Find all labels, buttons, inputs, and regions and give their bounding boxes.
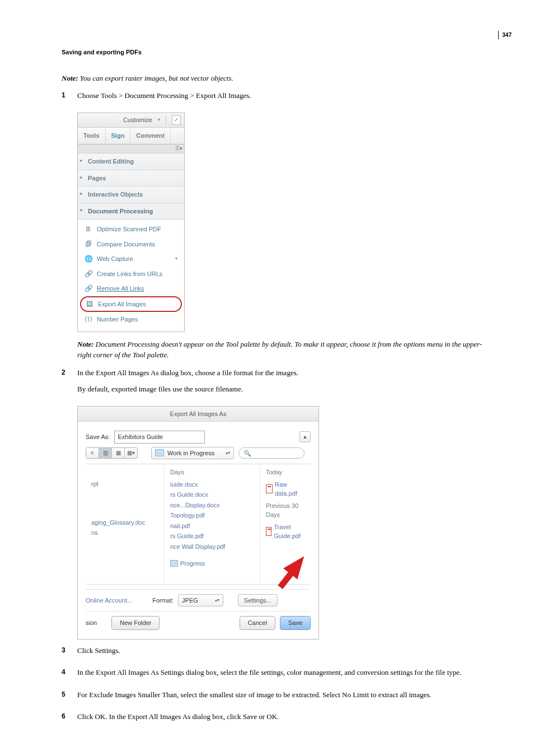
- column-header-today: Today: [266, 468, 305, 477]
- step-2-text: In the Export All Images As dialog box, …: [77, 367, 489, 379]
- sion-text: sion: [86, 618, 97, 628]
- settings-button[interactable]: Settings...: [238, 594, 278, 607]
- save-as-label: Save As:: [86, 432, 110, 442]
- step-2b-text: By default, exported image files use the…: [77, 384, 489, 395]
- item-web-capture[interactable]: 🌐Web Capture▾: [78, 251, 184, 267]
- save-button[interactable]: Save: [280, 616, 311, 630]
- list-item[interactable]: rpt: [91, 479, 158, 489]
- unlink-icon: 🔗: [85, 284, 92, 292]
- compare-icon: 🗐: [85, 240, 92, 248]
- list-item[interactable]: Topology.pdf: [170, 510, 254, 521]
- list-item[interactable]: nce Wall Display.pdf: [170, 542, 254, 552]
- item-create-links[interactable]: 🔗Create Links from URLs: [78, 267, 184, 282]
- pdf-icon: [266, 527, 271, 536]
- column-view-icon[interactable]: ▥: [99, 448, 112, 458]
- folder-item[interactable]: Progress: [170, 558, 254, 569]
- item-optimize-scanned-pdf[interactable]: 🗎Optimize Scanned PDF: [78, 222, 184, 237]
- format-label: Format:: [152, 596, 174, 605]
- step-4-text: In the Export All Images As Settings dia…: [77, 667, 489, 678]
- section-title: Saving and exporting PDFs: [62, 48, 489, 57]
- list-item[interactable]: iuide.docx: [170, 479, 254, 490]
- step-number-4: 4: [62, 667, 69, 684]
- tab-comment[interactable]: Comment: [130, 128, 171, 144]
- item-number-pages[interactable]: ⑴Number Pages: [78, 312, 184, 327]
- step-6-text: Click OK. In the Export All Images As di…: [77, 711, 489, 722]
- list-item[interactable]: rs Guide.pdf: [170, 531, 254, 542]
- online-account-link[interactable]: Online Account...: [86, 596, 132, 605]
- row-content-editing[interactable]: ▸Content Editing: [78, 153, 184, 170]
- list-item[interactable]: Travel Guide.pdf: [266, 522, 305, 542]
- step-1-text: Choose Tools > Document Processing > Exp…: [77, 90, 489, 101]
- tab-sign[interactable]: Sign: [106, 128, 131, 144]
- sidebar-pane: rpt aging_Glossary.doc ns: [86, 464, 165, 584]
- scan-icon: 🗎: [85, 225, 92, 233]
- customize-menu[interactable]: Customize: [123, 115, 152, 125]
- list-view-icon[interactable]: ≡: [86, 448, 99, 458]
- tab-tools[interactable]: Tools: [78, 128, 106, 144]
- caret-icon: ▴▾: [215, 597, 219, 604]
- caret-icon: ▴▾: [226, 450, 230, 456]
- panel-note: Note: Document Processing doesn't appear…: [77, 339, 489, 361]
- pdf-icon: [266, 484, 273, 493]
- dropdown-icon: ▾: [175, 255, 177, 262]
- note-top: Note: You can export raster images, but …: [62, 73, 489, 84]
- grid-view-icon[interactable]: ▦▾: [125, 448, 137, 458]
- file-list-pane: Days iuide.docx rs Guide.docx nce...Disp…: [165, 464, 260, 584]
- dialog-title: Export All Images As: [78, 407, 318, 422]
- panel-options-icon[interactable]: ☰▾: [175, 145, 182, 153]
- note-top-text: You can export raster images, but not ve…: [80, 74, 233, 82]
- number-icon: ⑴: [85, 315, 92, 323]
- panel-note-text: Document Processing doesn't appear on th…: [77, 340, 482, 360]
- step-number-6: 6: [62, 711, 69, 728]
- export-icon: 🖼: [86, 300, 93, 308]
- save-as-field[interactable]: Exhibitors Guide: [114, 431, 205, 444]
- step-5-text: For Exclude Images Smaller Than, select …: [77, 689, 489, 701]
- item-compare-documents[interactable]: 🗐Compare Documents: [78, 237, 184, 252]
- list-item[interactable]: rs Guide.docx: [170, 489, 254, 500]
- expand-icon[interactable]: ⤢: [172, 115, 181, 125]
- step-3-text: Click Settings.: [77, 645, 489, 656]
- step-number-5: 5: [62, 689, 69, 706]
- search-field[interactable]: 🔍: [238, 447, 305, 459]
- link-icon: 🔗: [85, 270, 92, 278]
- folder-select[interactable]: Work in Progress ▴▾: [151, 447, 234, 460]
- page-number: 347: [498, 31, 512, 39]
- list-item[interactable]: aging_Glossary.doc: [91, 517, 158, 528]
- item-remove-links[interactable]: 🔗Remove All Links: [78, 281, 184, 296]
- coverflow-view-icon[interactable]: ▦: [112, 448, 125, 458]
- tools-panel: Customize ▾ ⤢ Tools Sign Comment ☰▾ ▸Con…: [77, 113, 185, 332]
- web-icon: 🌐: [85, 255, 92, 263]
- item-export-all-images[interactable]: 🖼Export All Images: [80, 296, 182, 312]
- list-item[interactable]: nce...Display.docx: [170, 500, 254, 511]
- separator: [166, 115, 166, 124]
- cancel-button[interactable]: Cancel: [240, 616, 275, 630]
- row-pages[interactable]: ▸Pages: [78, 170, 184, 187]
- preview-pane: Today Raw data.pdf Previous 30 Days Trav…: [260, 464, 311, 584]
- step-number-3: 3: [62, 645, 69, 662]
- step-number-2: 2: [62, 367, 69, 400]
- header-previous-30-days: Previous 30 Days: [266, 501, 305, 520]
- row-document-processing[interactable]: ▾Document Processing: [78, 203, 184, 220]
- format-select[interactable]: JPEG▴▾: [178, 594, 223, 607]
- view-mode-strip[interactable]: ≡ ▥ ▦ ▦▾: [86, 447, 138, 459]
- export-dialog: Export All Images As Save As: Exhibitors…: [77, 406, 319, 640]
- folder-icon: [155, 449, 164, 456]
- dropdown-icon: ▾: [158, 116, 160, 123]
- list-item[interactable]: ns: [91, 528, 158, 538]
- search-icon: 🔍: [243, 449, 251, 458]
- row-interactive-objects[interactable]: ▸Interactive Objects: [78, 186, 184, 203]
- new-folder-button[interactable]: New Folder: [111, 616, 160, 630]
- column-header-days: Days: [170, 468, 254, 477]
- collapse-icon[interactable]: ▲: [299, 431, 311, 442]
- list-item[interactable]: Raw data.pdf: [266, 479, 305, 499]
- list-item[interactable]: nail.pdf: [170, 521, 254, 531]
- step-number-1: 1: [62, 90, 69, 107]
